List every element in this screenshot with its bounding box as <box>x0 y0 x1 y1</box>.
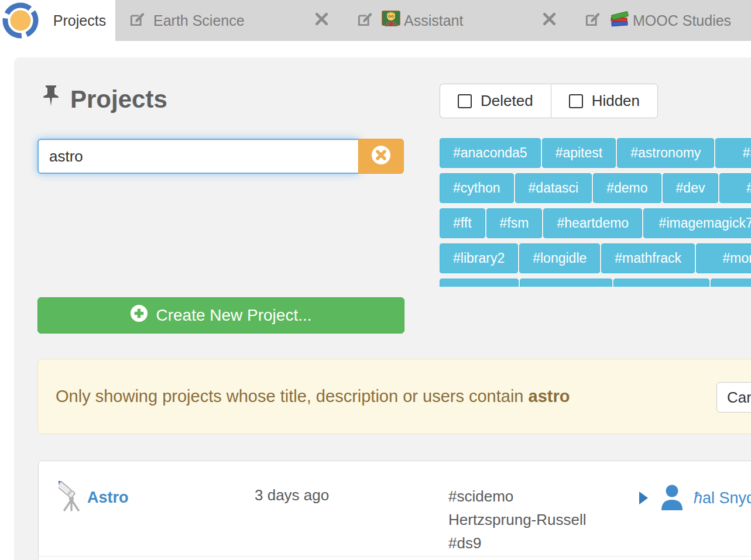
tag-button[interactable]: #demo <box>593 173 661 203</box>
project-description-line: #ds9 <box>448 531 587 555</box>
close-icon[interactable] <box>542 12 557 30</box>
user-icon <box>659 483 685 513</box>
create-new-project-label: Create New Project... <box>156 306 311 325</box>
edit-icon[interactable] <box>357 11 373 30</box>
project-description-line: Hertzsprung-Russell <box>448 508 587 531</box>
teacher-icon <box>381 9 401 32</box>
page-title: Projects <box>70 83 167 116</box>
tag-button[interactable] <box>440 279 519 287</box>
tab-earth-science[interactable]: Earth Science <box>115 0 343 41</box>
plus-circle-icon <box>130 304 148 327</box>
collaborator-name[interactable]: ħal Snyder <box>694 489 751 507</box>
tag-button[interactable] <box>613 279 709 287</box>
search-input[interactable] <box>37 139 359 174</box>
edit-icon[interactable] <box>129 11 145 30</box>
tab-label: MOOC Studies <box>633 12 731 29</box>
top-tab-bar: Projects Earth Science <box>0 0 751 41</box>
tag-button[interactable]: #fsm <box>486 208 543 238</box>
create-new-project-button[interactable]: Create New Project... <box>37 297 404 334</box>
tag-button[interactable]: #monit <box>696 243 751 273</box>
filter-button-group: Deleted Hidden <box>440 84 658 118</box>
tag-button[interactable]: #heartdemo <box>543 208 642 238</box>
deleted-filter-label: Deleted <box>481 92 533 110</box>
checkbox-unchecked-icon <box>569 94 583 108</box>
search-filter-alert: Only showing projects whose title, descr… <box>37 359 751 434</box>
books-icon <box>609 9 630 32</box>
tab-label: Earth Science <box>153 12 245 29</box>
tag-button[interactable]: #mathfrack <box>601 243 695 273</box>
row-divider <box>39 556 751 556</box>
project-users: ħal Snyder <box>639 483 751 513</box>
tag-button[interactable]: #fft <box>440 208 485 238</box>
project-list: Astro 3 days ago #scidemo Hertzsprung-Ru… <box>38 461 751 560</box>
hashtag-row: #cython #datasci #demo #dev #do <box>440 173 751 203</box>
project-description: #scidemo Hertzsprung-Russell #ds9 <box>448 485 587 555</box>
projects-page: Projects Earth Science <box>0 0 751 560</box>
tag-button[interactable]: #datasci <box>515 173 592 203</box>
tag-button[interactable]: #cython <box>440 173 514 203</box>
hashtag-row: #fft #fsm #heartdemo #imagemagick7 <box>440 208 751 238</box>
tag-button[interactable] <box>520 279 612 287</box>
hidden-filter-label: Hidden <box>592 92 640 110</box>
cocalc-logo-icon[interactable] <box>2 2 39 39</box>
tag-button[interactable]: #astronomy <box>617 138 714 168</box>
telescope-icon <box>59 481 85 514</box>
project-description-line: #scidemo <box>448 485 587 508</box>
tab-assistant[interactable]: Assistant <box>343 0 571 41</box>
hashtag-cloud: #anaconda5 #apitest #astronomy #as #cyth… <box>440 138 751 287</box>
tab-mooc-studies[interactable]: MOOC Studies <box>571 0 751 41</box>
page-title-wrap: Projects <box>41 83 167 116</box>
tag-button[interactable]: #imagemagick7 <box>643 208 751 238</box>
hashtag-row <box>440 279 751 287</box>
project-last-edited: 3 days ago <box>255 486 329 504</box>
tag-button[interactable]: #library2 <box>440 243 518 273</box>
edit-icon[interactable] <box>585 11 601 30</box>
caret-right-icon[interactable] <box>639 492 648 504</box>
project-title-text: Astro <box>87 489 129 507</box>
tag-button[interactable]: #as <box>715 138 751 168</box>
cancel-search-button[interactable]: Cancel <box>716 382 751 413</box>
tag-button[interactable]: #anaconda5 <box>440 138 541 168</box>
checkbox-unchecked-icon <box>458 94 472 108</box>
hashtag-row: #anaconda5 #apitest #astronomy #as <box>440 138 751 168</box>
tag-button[interactable]: #do <box>719 173 751 203</box>
tab-projects-label: Projects <box>53 12 106 29</box>
hidden-filter-button[interactable]: Hidden <box>551 84 658 118</box>
alert-text: Only showing projects whose title, descr… <box>56 387 570 406</box>
tag-button[interactable]: #apitest <box>542 138 616 168</box>
tag-button[interactable]: #dev <box>663 173 719 203</box>
deleted-filter-button[interactable]: Deleted <box>440 84 551 118</box>
circle-x-icon <box>371 145 391 167</box>
tab-projects[interactable]: Projects <box>44 0 115 41</box>
tag-button[interactable]: #longidle <box>519 243 600 273</box>
project-title-link[interactable]: Astro <box>59 481 129 514</box>
thumbtack-icon <box>41 83 61 115</box>
close-icon[interactable] <box>314 12 329 30</box>
tag-button[interactable] <box>711 279 751 287</box>
search-clear-button[interactable] <box>358 139 404 174</box>
hashtag-row: #library2 #longidle #mathfrack #monit <box>440 243 751 273</box>
tab-label: Assistant <box>404 12 463 29</box>
alert-search-term: astro <box>529 387 570 406</box>
